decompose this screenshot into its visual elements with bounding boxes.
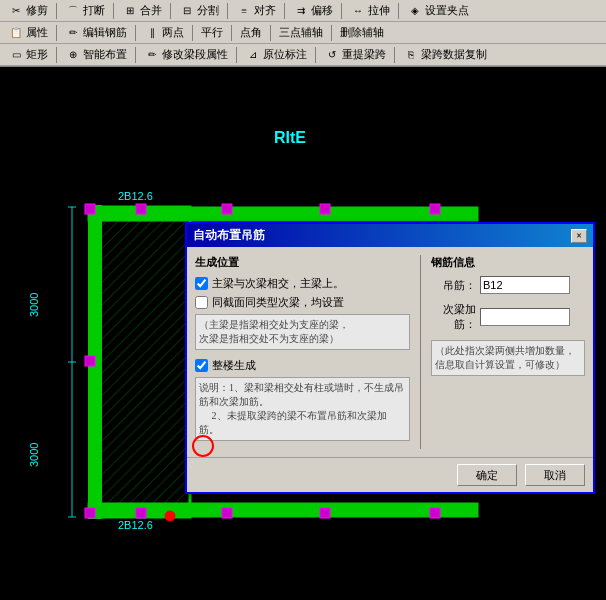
modify-beam-icon: ✏	[144, 47, 160, 63]
sep7	[398, 3, 399, 19]
svg-text:3000: 3000	[28, 443, 40, 467]
sep17	[315, 47, 316, 63]
svg-text:3000: 3000	[28, 293, 40, 317]
generation-position-title: 生成位置	[195, 255, 410, 270]
twopoint-icon: ∥	[144, 25, 160, 41]
svg-rect-23	[320, 508, 330, 518]
dialog-titlebar: 自动布置吊筋 ×	[187, 224, 593, 247]
break-icon: ⌒	[65, 3, 81, 19]
offset-button[interactable]: ⇉ 偏移	[289, 2, 337, 20]
dialog-body: 生成位置 主梁与次梁相交，主梁上。 同截面同类型次梁，均设置 （主梁是指梁相交处…	[187, 247, 593, 457]
offset-icon: ⇉	[293, 3, 309, 19]
svg-rect-21	[222, 508, 232, 518]
dialog-footer: 确定 取消	[187, 457, 593, 492]
note1-text: （主梁是指梁相交处为支座的梁，次梁是指相交处不为支座的梁）	[195, 314, 410, 350]
sep9	[135, 25, 136, 41]
svg-rect-18	[136, 204, 146, 214]
threepoint-button[interactable]: 三点辅轴	[275, 24, 327, 41]
checkbox3-row: 整楼生成	[195, 358, 410, 373]
svg-point-26	[165, 511, 175, 521]
merge-button[interactable]: ⊞ 合并	[118, 2, 166, 20]
sep16	[236, 47, 237, 63]
checkbox-same-section[interactable]	[195, 296, 208, 309]
trim-button[interactable]: ✂ 修剪	[4, 2, 52, 20]
secondary-input[interactable]	[480, 308, 570, 326]
checkbox2-label: 同截面同类型次梁，均设置	[212, 295, 344, 310]
checkbox-main-secondary[interactable]	[195, 277, 208, 290]
sep12	[270, 25, 271, 41]
sep18	[394, 47, 395, 63]
toolbar-row-3: ▭ 矩形 ⊕ 智能布置 ✏ 修改梁段属性 ⊿ 原位标注 ↺ 重提梁跨 ⎘ 梁跨数…	[0, 44, 606, 66]
break-button[interactable]: ⌒ 打断	[61, 2, 109, 20]
dialog-auto-hanger: 自动布置吊筋 × 生成位置 主梁与次梁相交，主梁上。 同截面同类型次梁，均设置 …	[185, 222, 595, 494]
svg-rect-16	[85, 356, 95, 366]
svg-rect-19	[136, 508, 146, 518]
twopoint-button[interactable]: ∥ 两点	[140, 24, 188, 42]
stretch-icon: ↔	[350, 3, 366, 19]
svg-rect-25	[430, 508, 440, 518]
sep5	[284, 3, 285, 19]
cancel-button[interactable]: 取消	[525, 464, 585, 486]
svg-rect-17	[85, 508, 95, 518]
svg-text:2B12.6: 2B12.6	[118, 190, 153, 202]
align-button[interactable]: ≡ 对齐	[232, 2, 280, 20]
align-icon: ≡	[236, 3, 252, 19]
sep13	[331, 25, 332, 41]
sep8	[56, 25, 57, 41]
trim-icon: ✂	[8, 3, 24, 19]
split-button[interactable]: ⊟ 分割	[175, 2, 223, 20]
property-icon: 📋	[8, 25, 24, 41]
sep2	[113, 3, 114, 19]
cad-canvas: 2B12.6 2B12.6 3000 3000 RItE	[0, 67, 606, 600]
sep11	[231, 25, 232, 41]
setpoint-button[interactable]: ◈ 设置夹点	[403, 2, 473, 20]
merge-icon: ⊞	[122, 3, 138, 19]
toolbar-row-1: ✂ 修剪 ⌒ 打断 ⊞ 合并 ⊟ 分割 ≡ 对齐 ⇉ 偏移 ↔	[0, 0, 606, 22]
toolbar-row-2: 📋 属性 ✏ 编辑钢筋 ∥ 两点 平行 点角 三点辅轴 删除辅轴	[0, 22, 606, 44]
svg-rect-15	[85, 204, 95, 214]
modify-beam-button[interactable]: ✏ 修改梁段属性	[140, 46, 232, 64]
checkbox3-label: 整楼生成	[212, 358, 256, 373]
original-mark-button[interactable]: ⊿ 原位标注	[241, 46, 311, 64]
dialog-left-section: 生成位置 主梁与次梁相交，主梁上。 同截面同类型次梁，均设置 （主梁是指梁相交处…	[195, 255, 410, 449]
svg-rect-22	[320, 204, 330, 214]
rect-icon: ▭	[8, 47, 24, 63]
copy-span-button[interactable]: ⎘ 梁跨数据复制	[399, 46, 491, 64]
dialog-right-section: 钢筋信息 吊筋： 次梁加筋： （此处指次梁两侧共增加数量，信息取自计算设置，可修…	[420, 255, 585, 449]
svg-text:2B12.6: 2B12.6	[118, 519, 153, 531]
checkbox1-label: 主梁与次梁相交，主梁上。	[212, 276, 344, 291]
checkbox-whole-floor[interactable]	[195, 359, 208, 372]
svg-rect-2	[90, 207, 190, 517]
edit-rebar-icon: ✏	[65, 25, 81, 41]
sep10	[192, 25, 193, 41]
angle-button[interactable]: 点角	[236, 24, 266, 41]
sep14	[56, 47, 57, 63]
parallel-button[interactable]: 平行	[197, 24, 227, 41]
sep3	[170, 3, 171, 19]
edit-rebar-button[interactable]: ✏ 编辑钢筋	[61, 24, 131, 42]
rebar-info-title: 钢筋信息	[431, 255, 585, 270]
re-extract-button[interactable]: ↺ 重提梁跨	[320, 46, 390, 64]
copy-span-icon: ⎘	[403, 47, 419, 63]
split-icon: ⊟	[179, 3, 195, 19]
hanging-label: 吊筋：	[431, 278, 476, 293]
dialog-close-button[interactable]: ×	[571, 229, 587, 243]
sep6	[341, 3, 342, 19]
checkbox2-row: 同截面同类型次梁，均设置	[195, 295, 410, 310]
toolbar-area: ✂ 修剪 ⌒ 打断 ⊞ 合并 ⊟ 分割 ≡ 对齐 ⇉ 偏移 ↔	[0, 0, 606, 67]
confirm-button[interactable]: 确定	[457, 464, 517, 486]
right-note-text: （此处指次梁两侧共增加数量，信息取自计算设置，可修改）	[431, 340, 585, 376]
smart-layout-button[interactable]: ⊕ 智能布置	[61, 46, 131, 64]
checkbox1-row: 主梁与次梁相交，主梁上。	[195, 276, 410, 291]
remove-aux-button[interactable]: 删除辅轴	[336, 24, 388, 41]
secondary-field-row: 次梁加筋：	[431, 302, 585, 332]
re-extract-icon: ↺	[324, 47, 340, 63]
property-button[interactable]: 📋 属性	[4, 24, 52, 42]
rect-button[interactable]: ▭ 矩形	[4, 46, 52, 64]
hanging-input[interactable]	[480, 276, 570, 294]
smart-layout-icon: ⊕	[65, 47, 81, 63]
stretch-button[interactable]: ↔ 拉伸	[346, 2, 394, 20]
setpoint-icon: ◈	[407, 3, 423, 19]
sep15	[135, 47, 136, 63]
svg-text:RItE: RItE	[274, 129, 306, 146]
